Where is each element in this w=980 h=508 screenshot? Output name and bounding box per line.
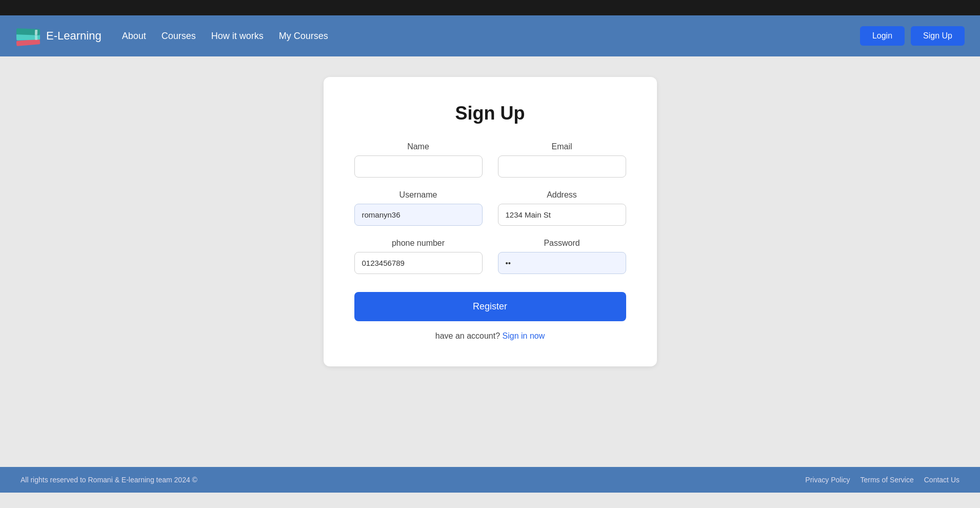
signin-link[interactable]: Sign in now [503, 331, 545, 340]
address-group: Address [498, 190, 626, 226]
footer-privacy[interactable]: Privacy Policy [805, 476, 850, 484]
navbar: E-Learning About Courses How it works My… [0, 15, 980, 56]
username-input[interactable] [354, 204, 483, 226]
footer-links: Privacy Policy Terms of Service Contact … [805, 476, 959, 484]
signup-title: Sign Up [354, 103, 626, 124]
email-input[interactable] [498, 155, 626, 178]
brand[interactable]: E-Learning [15, 25, 102, 48]
register-button[interactable]: Register [354, 292, 626, 321]
nav-courses[interactable]: Courses [162, 31, 196, 42]
login-button[interactable]: Login [860, 26, 905, 46]
password-label: Password [498, 239, 626, 248]
nav-my-courses[interactable]: My Courses [279, 31, 328, 42]
footer: All rights reserved to Romani & E-learni… [0, 467, 980, 493]
nav-about[interactable]: About [122, 31, 146, 42]
footer-terms[interactable]: Terms of Service [861, 476, 914, 484]
signup-button[interactable]: Sign Up [911, 26, 965, 46]
address-label: Address [498, 190, 626, 200]
footer-copyright: All rights reserved to Romani & E-learni… [21, 476, 197, 484]
nav-how-it-works[interactable]: How it works [211, 31, 264, 42]
name-email-row: Name Email [354, 142, 626, 178]
phone-label: phone number [354, 239, 483, 248]
navbar-actions: Login Sign Up [860, 26, 965, 46]
brand-logo-icon [15, 25, 41, 48]
email-group: Email [498, 142, 626, 178]
username-label: Username [354, 190, 483, 200]
phone-input[interactable] [354, 252, 483, 274]
main-content: Sign Up Name Email Username Address [0, 56, 980, 467]
name-label: Name [354, 142, 483, 151]
username-group: Username [354, 190, 483, 226]
address-input[interactable] [498, 204, 626, 226]
name-group: Name [354, 142, 483, 178]
username-address-row: Username Address [354, 190, 626, 226]
svg-rect-3 [35, 29, 37, 34]
navbar-links: About Courses How it works My Courses [122, 31, 860, 42]
top-bar [0, 0, 980, 15]
password-input[interactable] [498, 252, 626, 274]
email-label: Email [498, 142, 626, 151]
password-group: Password [498, 239, 626, 274]
name-input[interactable] [354, 155, 483, 178]
brand-name: E-Learning [46, 29, 102, 43]
signin-text-area: have an account? Sign in now [354, 331, 626, 341]
footer-contact[interactable]: Contact Us [924, 476, 959, 484]
signup-card: Sign Up Name Email Username Address [324, 77, 657, 366]
phone-group: phone number [354, 239, 483, 274]
have-account-text: have an account? [435, 331, 500, 340]
svg-rect-4 [35, 34, 37, 40]
phone-password-row: phone number Password [354, 239, 626, 274]
